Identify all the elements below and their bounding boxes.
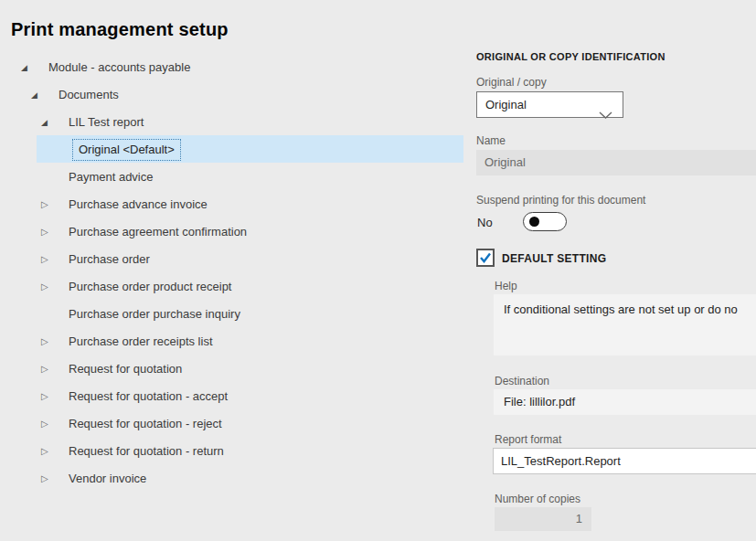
page-title: Print management setup [11, 19, 229, 40]
tree-item-request-for-quotation-return[interactable]: ▷Request for quotation - return [0, 437, 463, 464]
tree-item-purchase-order-product-receipt[interactable]: ▷Purchase order product receipt [0, 272, 463, 300]
chevron-down-icon [599, 102, 612, 127]
checkmark-icon [479, 251, 492, 264]
print-management-tree: ◢Module - accounts payable ◢Documents ◢L… [0, 53, 463, 492]
tree-item-label: Request for quotation [62, 358, 188, 380]
tree-item-label: Purchase order receipts list [62, 331, 219, 353]
tree-item-original-default[interactable]: Original <Default> [0, 135, 463, 163]
tree-item-purchase-order-purchase-inquiry[interactable]: Purchase order purchase inquiry [0, 300, 463, 327]
number-of-copies-label: Number of copies [495, 493, 580, 505]
number-of-copies-field: 1 [495, 507, 591, 531]
default-setting-label: DEFAULT SETTING [502, 252, 606, 265]
help-label: Help [495, 280, 517, 292]
tree-item-label: Purchase advance invoice [62, 194, 214, 216]
name-field: Original [476, 150, 756, 175]
default-setting-checkbox[interactable] [476, 249, 495, 267]
tree-item-label: Purchase order purchase inquiry [62, 303, 247, 325]
suspend-toggle-value: No [477, 216, 493, 229]
print-management-setup-dialog: Print management setup ◢Module - account… [0, 0, 756, 541]
tree-item-label: Request for quotation - reject [62, 413, 229, 435]
name-label: Name [476, 134, 506, 147]
tree-item-request-for-quotation-reject[interactable]: ▷Request for quotation - reject [0, 409, 463, 437]
toggle-knob [529, 217, 539, 227]
tree-item-vendor-invoice[interactable]: ▷Vendor invoice [0, 464, 463, 492]
tree-item-request-for-quotation[interactable]: ▷Request for quotation [0, 355, 463, 382]
tree-item-label: Module - accounts payable [42, 57, 197, 79]
tree-item-label: Purchase order product receipt [62, 276, 238, 298]
tree-item-lil-test-report[interactable]: ◢LIL Test report [0, 108, 463, 135]
tree-item-label: Request for quotation - return [62, 440, 230, 462]
destination-label: Destination [495, 375, 549, 387]
tree-item-purchase-advance-invoice[interactable]: ▷Purchase advance invoice [0, 190, 463, 217]
tree-item-request-for-quotation-accept[interactable]: ▷Request for quotation - accept [0, 382, 463, 409]
tree-item-label: Purchase agreement confirmation [62, 221, 253, 243]
report-format-label: Report format [495, 433, 561, 446]
tree-item-purchase-agreement-confirmation[interactable]: ▷Purchase agreement confirmation [0, 217, 463, 245]
suspend-printing-label: Suspend printing for this document [476, 194, 645, 207]
report-format-input[interactable]: LIL_TestReport.Report [493, 448, 756, 474]
original-copy-value: Original [485, 98, 527, 111]
tree-item-label: Documents [52, 84, 125, 106]
tree-item-purchase-order-receipts-list[interactable]: ▷Purchase order receipts list [0, 327, 463, 355]
tree-item-purchase-order[interactable]: ▷Purchase order [0, 245, 463, 272]
tree-item-label: Request for quotation - accept [62, 386, 234, 408]
tree-item-documents[interactable]: ◢Documents [0, 80, 463, 108]
tree-item-label: LIL Test report [62, 111, 150, 133]
tree-item-module-accounts-payable[interactable]: ◢Module - accounts payable [0, 53, 463, 80]
tree-item-label: Original <Default> [72, 139, 181, 161]
tree-item-payment-advice[interactable]: Payment advice [0, 163, 463, 190]
original-copy-dropdown[interactable]: Original [476, 91, 623, 118]
help-field[interactable]: If conditional settings are not set up o… [494, 294, 756, 355]
tree-item-label: Vendor invoice [62, 468, 153, 490]
section-header-original-or-copy: ORIGINAL OR COPY IDENTIFICATION [476, 51, 665, 62]
tree-item-label: Payment advice [62, 166, 160, 188]
original-copy-label: Original / copy [476, 76, 547, 89]
destination-field[interactable]: File: lillilor.pdf [494, 389, 756, 415]
suspend-toggle[interactable] [523, 212, 567, 231]
tree-item-label: Purchase order [62, 249, 156, 270]
